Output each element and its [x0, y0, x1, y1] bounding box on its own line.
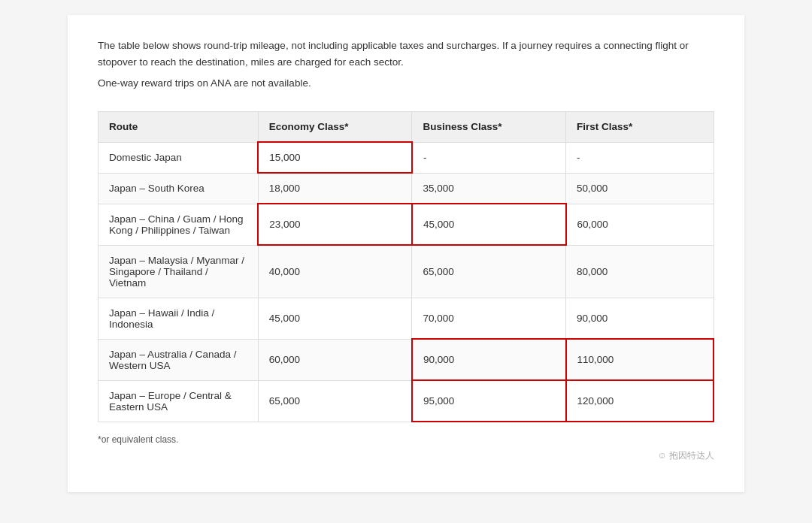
header-economy: Economy Class* [258, 112, 412, 143]
cell-first: 60,000 [566, 204, 714, 245]
cell-first: 80,000 [566, 245, 714, 298]
mileage-table: Route Economy Class* Business Class* Fir… [98, 111, 714, 422]
cell-first: 50,000 [566, 173, 714, 204]
cell-first: - [566, 142, 714, 173]
table-body: Domestic Japan15,000--Japan – South Kore… [98, 142, 714, 422]
intro-paragraph2: One-way reward trips on ANA are not avai… [98, 77, 714, 89]
cell-route: Japan – Europe / Central & Eastern USA [98, 380, 259, 422]
cell-economy: 60,000 [258, 339, 412, 380]
cell-first: 110,000 [566, 339, 714, 380]
table-row: Domestic Japan15,000-- [98, 142, 714, 173]
cell-route: Japan – South Korea [98, 173, 259, 204]
cell-economy: 40,000 [258, 245, 412, 298]
cell-business: 45,000 [412, 204, 566, 245]
table-row: Japan – Europe / Central & Eastern USA65… [98, 380, 714, 422]
table-row: Japan – China / Guam / Hong Kong / Phili… [98, 204, 714, 245]
header-first: First Class* [566, 112, 714, 143]
cell-business: 95,000 [412, 380, 566, 422]
cell-economy: 45,000 [258, 298, 412, 339]
cell-economy: 15,000 [258, 142, 412, 173]
cell-first: 120,000 [566, 380, 714, 422]
table-footnote: *or equivalent class. [98, 430, 714, 445]
header-business: Business Class* [412, 112, 566, 143]
intro-paragraph1: The table below shows round-trip mileage… [98, 38, 714, 70]
cell-economy: 65,000 [258, 380, 412, 422]
table-row: Japan – Malaysia / Myanmar / Singapore /… [98, 245, 714, 298]
table-row: Japan – Hawaii / India / Indonesia45,000… [98, 298, 714, 339]
cell-route: Japan – China / Guam / Hong Kong / Phili… [98, 204, 259, 245]
cell-route: Japan – Malaysia / Myanmar / Singapore /… [98, 245, 259, 298]
cell-route: Japan – Australia / Canada / Western USA [98, 339, 259, 380]
table-row: Japan – South Korea18,00035,00050,000 [98, 173, 714, 204]
cell-economy: 18,000 [258, 173, 412, 204]
cell-business: - [412, 142, 566, 173]
header-route: Route [98, 112, 259, 143]
cell-route: Japan – Hawaii / India / Indonesia [98, 298, 259, 339]
cell-economy: 23,000 [258, 204, 412, 245]
cell-business: 70,000 [412, 298, 566, 339]
watermark: ☺ 抱因特达人 [98, 449, 714, 462]
cell-business: 65,000 [412, 245, 566, 298]
table-header-row: Route Economy Class* Business Class* Fir… [98, 112, 714, 143]
page-container: The table below shows round-trip mileage… [68, 15, 744, 492]
cell-business: 35,000 [412, 173, 566, 204]
table-row: Japan – Australia / Canada / Western USA… [98, 339, 714, 380]
cell-route: Domestic Japan [98, 142, 259, 173]
table-wrapper: Route Economy Class* Business Class* Fir… [98, 111, 714, 462]
cell-business: 90,000 [412, 339, 566, 380]
cell-first: 90,000 [566, 298, 714, 339]
